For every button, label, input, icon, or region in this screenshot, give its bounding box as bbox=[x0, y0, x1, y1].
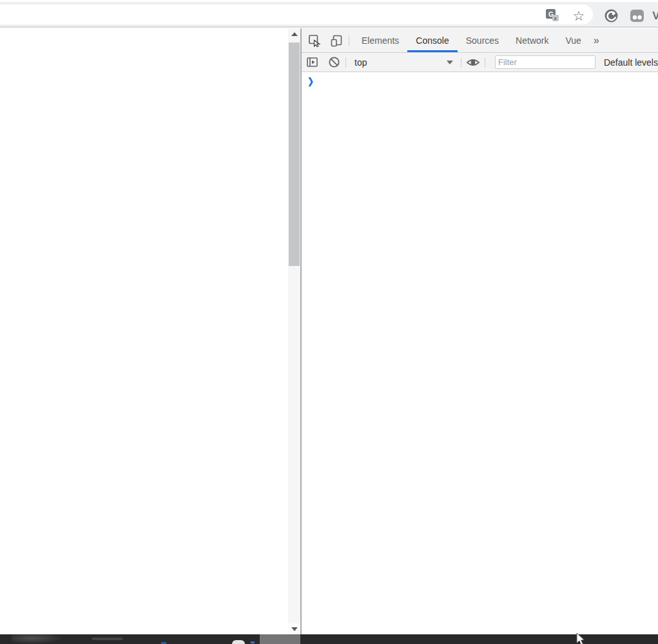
toolbar-separator bbox=[485, 57, 485, 68]
tab-network[interactable]: Network bbox=[507, 28, 557, 52]
taskbar-active-window-button[interactable] bbox=[260, 634, 300, 644]
scroll-up-icon bbox=[291, 32, 298, 36]
device-icon-svg bbox=[330, 34, 343, 47]
tab-sources-label: Sources bbox=[466, 35, 499, 46]
scroll-down-button[interactable] bbox=[288, 623, 300, 634]
console-prompt-chevron-icon: ❯ bbox=[307, 77, 314, 86]
partial-v-icon[interactable]: V bbox=[648, 8, 658, 23]
toolbar-bottom-border bbox=[0, 26, 658, 28]
translate-icon-svg: G x bbox=[545, 8, 559, 23]
console-messages-area[interactable]: ❯ bbox=[302, 72, 658, 634]
devtools-panel: Elements Console Sources Network Vue » bbox=[302, 28, 658, 634]
mouse-cursor bbox=[573, 632, 586, 644]
taskbar-start-area[interactable] bbox=[12, 634, 63, 644]
page-content-pane bbox=[0, 28, 288, 634]
taskbar-icon[interactable] bbox=[232, 640, 245, 644]
clear-icon-svg bbox=[328, 56, 340, 68]
partial-v-glyph: V bbox=[652, 10, 658, 21]
live-expression-eye-icon[interactable] bbox=[465, 55, 481, 70]
console-sidebar-icon[interactable] bbox=[305, 55, 320, 70]
tab-network-label: Network bbox=[516, 35, 548, 46]
extension-swirl-icon[interactable] bbox=[603, 8, 619, 23]
devtools-tabbar: Elements Console Sources Network Vue » bbox=[302, 28, 658, 53]
page-scrollbar[interactable] bbox=[288, 28, 300, 634]
scrollbar-thumb[interactable] bbox=[289, 43, 300, 266]
scroll-up-button[interactable] bbox=[288, 28, 300, 39]
swirl-icon-svg bbox=[604, 8, 619, 23]
inspect-icon-svg bbox=[308, 34, 321, 47]
extensions-dots-icon[interactable] bbox=[629, 8, 644, 23]
chevron-down-icon bbox=[447, 61, 453, 64]
spacer bbox=[302, 28, 306, 52]
star-glyph: ☆ bbox=[573, 9, 585, 23]
log-levels-dropdown[interactable]: Default levels bbox=[604, 57, 658, 68]
tab-vue[interactable]: Vue bbox=[557, 28, 589, 52]
sidebar-icon-svg bbox=[306, 56, 318, 68]
tab-vue-label: Vue bbox=[565, 35, 581, 46]
translate-icon[interactable]: G x bbox=[545, 8, 560, 23]
toolbar-separator bbox=[345, 57, 346, 68]
tab-elements[interactable]: Elements bbox=[353, 28, 407, 52]
eye-icon-svg bbox=[466, 55, 480, 70]
screen: G x ☆ V bbox=[0, 0, 658, 644]
more-tabs-button[interactable]: » bbox=[590, 28, 603, 52]
cursor-arrow-icon bbox=[573, 632, 586, 644]
clear-console-icon[interactable] bbox=[326, 55, 342, 70]
more-tabs-icon: » bbox=[594, 35, 599, 46]
console-prompt[interactable]: ❯ bbox=[302, 72, 658, 85]
scroll-down-icon bbox=[291, 627, 298, 631]
browser-toolbar: G x ☆ V bbox=[0, 0, 658, 28]
bookmark-star-icon[interactable]: ☆ bbox=[571, 8, 586, 23]
tab-sources[interactable]: Sources bbox=[458, 28, 507, 52]
log-levels-label: Default levels bbox=[604, 57, 658, 68]
taskbar bbox=[0, 634, 658, 644]
filter-input[interactable] bbox=[495, 55, 595, 69]
tab-console[interactable]: Console bbox=[407, 28, 457, 52]
tabbar-separator bbox=[349, 35, 349, 46]
taskbar-icon[interactable] bbox=[92, 638, 122, 640]
tab-elements-label: Elements bbox=[362, 35, 399, 46]
context-selector-dropdown[interactable]: top bbox=[350, 53, 457, 71]
tab-console-label: Console bbox=[416, 35, 449, 46]
context-selector-value: top bbox=[354, 57, 367, 68]
taskbar-icon[interactable] bbox=[251, 641, 255, 643]
omnibox[interactable] bbox=[0, 5, 593, 24]
console-toolbar: top Default levels bbox=[302, 53, 658, 72]
device-toolbar-icon[interactable] bbox=[328, 33, 345, 48]
toolbar-separator bbox=[461, 57, 461, 68]
inspect-element-icon[interactable] bbox=[306, 33, 323, 48]
spacer bbox=[323, 28, 328, 52]
dots-icon-svg bbox=[630, 8, 644, 23]
